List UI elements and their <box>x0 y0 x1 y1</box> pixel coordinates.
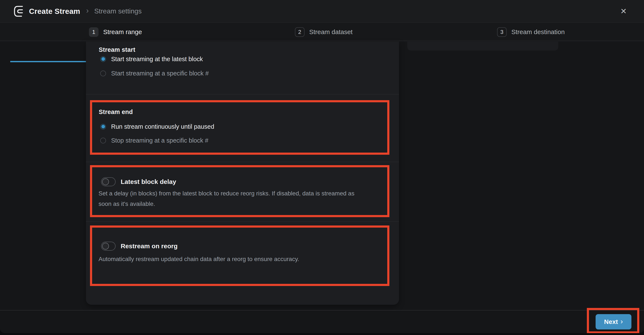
page-title: Create Stream <box>29 7 80 15</box>
tab-stream-dataset[interactable]: 2 Stream dataset <box>295 27 352 37</box>
modal-footer <box>0 310 644 333</box>
radio-option-specific-end-block[interactable]: Stop streaming at a specific block # <box>86 134 399 146</box>
section-divider <box>86 94 399 94</box>
tab-stream-range[interactable]: 1 Stream range <box>89 27 142 37</box>
tab-stream-destination[interactable]: 3 Stream destination <box>497 27 565 37</box>
latest-block-delay-title: Latest block delay <box>121 178 176 185</box>
step-number-badge: 1 <box>89 27 98 37</box>
radio-unselected-icon[interactable] <box>100 70 106 76</box>
stream-range-panel: Stream start Start streaming at the late… <box>86 41 399 305</box>
tab-label: Stream destination <box>511 28 565 35</box>
stream-end-heading: Stream end <box>99 108 133 115</box>
breadcrumb-chevron-icon: › <box>86 7 89 14</box>
radio-selected-icon[interactable] <box>100 124 106 130</box>
radio-option-latest-block[interactable]: Start streaming at the latest block <box>86 53 399 65</box>
radio-unselected-icon[interactable] <box>100 138 106 143</box>
tab-label: Stream dataset <box>309 28 352 35</box>
wizard-step-bar: 1 Stream range 2 Stream dataset 3 Stream… <box>0 23 644 41</box>
latest-block-delay-toggle-row[interactable]: Latest block delay <box>101 177 176 186</box>
restream-on-reorg-title: Restream on reorg <box>121 243 178 250</box>
step-number-badge: 3 <box>497 27 507 37</box>
restream-on-reorg-description: Automatically restream updated chain dat… <box>98 254 299 264</box>
tab-label: Stream range <box>103 28 142 35</box>
stream-logo-icon <box>12 4 26 18</box>
chevron-right-icon: › <box>620 318 623 325</box>
radio-option-run-continuously[interactable]: Run stream continuously until paused <box>86 121 399 133</box>
breadcrumb: Stream settings <box>94 7 142 15</box>
radio-option-specific-start-block[interactable]: Start streaming at a specific block # <box>86 67 399 79</box>
create-stream-modal: Create Stream › Stream settings ✕ 1 Stre… <box>0 0 644 333</box>
close-icon[interactable]: ✕ <box>618 6 629 16</box>
section-divider <box>86 221 399 222</box>
stream-start-heading: Stream start <box>99 46 136 53</box>
toggle-knob <box>102 243 109 250</box>
section-divider <box>86 162 399 162</box>
latest-block-delay-description: Set a delay (in blocks) from the latest … <box>98 188 354 209</box>
toggle-off-icon[interactable] <box>101 242 116 251</box>
modal-header: Create Stream › Stream settings ✕ <box>0 0 644 22</box>
next-button[interactable]: Next › <box>596 314 632 330</box>
radio-selected-icon[interactable] <box>100 56 106 62</box>
toggle-off-icon[interactable] <box>101 177 116 186</box>
side-card-partial <box>407 41 558 50</box>
step-number-badge: 2 <box>295 27 304 37</box>
restream-on-reorg-toggle-row[interactable]: Restream on reorg <box>101 242 178 251</box>
toggle-knob <box>102 178 109 185</box>
